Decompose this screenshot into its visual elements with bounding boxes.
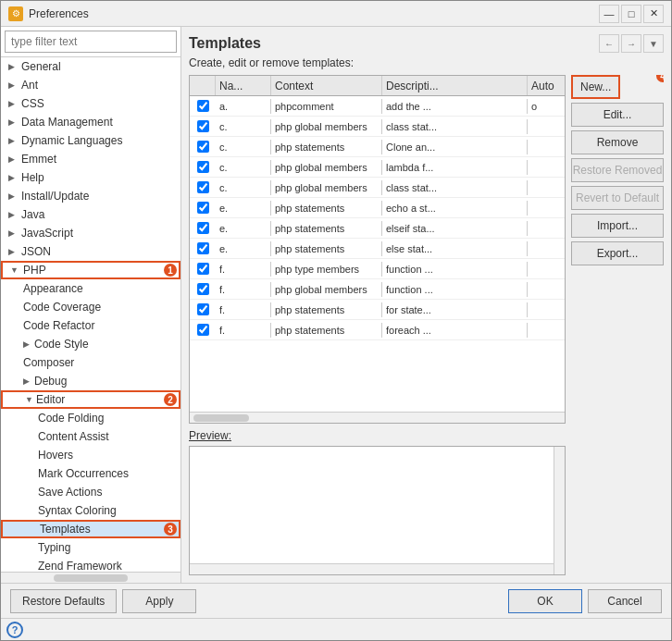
row-checkbox[interactable] [197,263,209,275]
left-hscroll[interactable] [1,572,180,583]
sidebar-item-general[interactable]: ▶ General [1,57,180,76]
forward-button[interactable]: → [621,34,641,53]
revert-to-default-button[interactable]: Revert to Default [571,186,664,210]
edit-button[interactable]: Edit... [571,103,664,127]
chevron-right-icon: ▶ [8,247,18,256]
maximize-button[interactable]: □ [621,5,641,23]
sidebar-item-php-code-refactor[interactable]: Code Refactor [1,316,180,335]
sidebar-item-php-editor-content-assist[interactable]: Content Assist [1,427,180,446]
new-button-container: New... 4 [571,75,664,99]
sidebar-item-php-code-coverage[interactable]: Code Coverage [1,298,180,316]
sidebar-item-emmet[interactable]: ▶ Emmet [1,150,180,168]
table-row[interactable]: e. php statements elseif sta... [190,218,565,239]
annotation-badge-4: 4 [656,75,664,82]
new-button[interactable]: New... [571,75,620,99]
sidebar-item-help[interactable]: ▶ Help [1,168,180,187]
chevron-right-icon: ▶ [8,228,18,238]
row-checkbox[interactable] [197,100,209,112]
preview-section: Preview: [189,429,566,575]
sidebar-item-css[interactable]: ▶ CSS [1,94,180,113]
sidebar-item-java[interactable]: ▶ Java [1,205,180,224]
sidebar-item-php-editor-typing[interactable]: Typing [1,538,180,557]
sidebar-item-php[interactable]: ▼ PHP [1,261,180,279]
sidebar-item-ant[interactable]: ▶ Ant [1,76,180,94]
title-bar-controls: — □ ✕ [599,5,664,23]
table-row[interactable]: c. php global members class stat... [190,117,565,137]
col-header-check [190,76,216,95]
sidebar-item-javascript[interactable]: ▶ JavaScript [1,224,180,242]
sidebar-item-php-editor-save-actions[interactable]: Save Actions [1,483,180,501]
status-bar: ? [1,618,671,640]
dropdown-button[interactable]: ▼ [643,34,664,53]
table-row[interactable]: f. php statements for state... [190,300,565,320]
chevron-right-icon: ▶ [8,191,18,201]
chevron-right-icon: ▶ [23,339,32,349]
search-input[interactable] [5,31,177,53]
help-icon[interactable]: ? [6,622,23,638]
app-icon: ⚙ [8,6,23,21]
tree-container: ▶ General ▶ Ant ▶ CSS ▶ Data Management [1,57,180,572]
row-checkbox[interactable] [197,161,209,173]
sidebar-item-php-editor-zend-framework[interactable]: Zend Framework [1,557,180,572]
table-hscroll[interactable] [190,412,565,423]
row-checkbox[interactable] [197,283,209,295]
row-checkbox[interactable] [197,242,209,254]
sidebar-item-data-management[interactable]: ▶ Data Management [1,113,180,131]
row-checkbox[interactable] [197,222,209,234]
sidebar-item-php-editor[interactable]: ▼ Editor [1,390,180,409]
row-checkbox[interactable] [197,120,209,132]
ok-button[interactable]: OK [508,589,582,613]
table-row[interactable]: e. php statements else stat... [190,239,565,259]
sidebar-item-php-composer[interactable]: Composer [1,353,180,372]
chevron-right-icon: ▶ [8,117,18,127]
chevron-right-icon: ▶ [8,62,18,71]
sidebar-item-json[interactable]: ▶ JSON [1,242,180,261]
import-button[interactable]: Import... [571,214,664,238]
back-button[interactable]: ← [599,34,619,53]
preview-hscroll[interactable] [190,563,554,574]
export-button[interactable]: Export... [571,241,664,265]
col-header-context: Context [271,76,382,95]
preferences-window: ⚙ Preferences — □ ✕ ▶ General ▶ [0,0,672,641]
row-checkbox[interactable] [197,324,209,336]
chevron-right-icon: ▶ [8,80,18,90]
sidebar-item-php-debug[interactable]: ▶ Debug [1,372,180,390]
right-panel: Templates ← → ▼ Create, edit or remove t… [181,27,671,583]
minimize-button[interactable]: — [599,5,619,23]
col-header-description: Descripti... [382,76,528,95]
cancel-button[interactable]: Cancel [588,589,662,613]
restore-defaults-button[interactable]: Restore Defaults [10,589,117,613]
apply-button[interactable]: Apply [122,589,196,613]
hscroll-thumb [54,574,128,582]
row-checkbox[interactable] [197,202,209,214]
sidebar-item-dynamic-languages[interactable]: ▶ Dynamic Languages [1,131,180,150]
left-panel: ▶ General ▶ Ant ▶ CSS ▶ Data Management [1,27,181,583]
table-row[interactable]: f. php statements foreach ... [190,320,565,340]
table-row[interactable]: c. php global members class stat... [190,178,565,198]
restore-removed-button[interactable]: Restore Removed [571,158,664,182]
sidebar-item-php-editor-hovers[interactable]: Hovers [1,446,180,464]
row-checkbox[interactable] [197,141,209,153]
annotation-badge-2: 2 [164,393,177,406]
table-row[interactable]: e. php statements echo a st... [190,198,565,218]
sidebar-item-php-code-style[interactable]: ▶ Code Style [1,335,180,353]
sidebar-item-php-editor-syntax-coloring[interactable]: Syntax Coloring [1,501,180,520]
subtitle: Create, edit or remove templates: [189,56,664,69]
sidebar-item-php-editor-code-folding[interactable]: Code Folding [1,409,180,427]
preview-vscroll[interactable] [554,447,565,574]
row-checkbox[interactable] [197,303,209,315]
sidebar-item-php-editor-templates[interactable]: Templates [1,520,180,538]
close-button[interactable]: ✕ [643,5,664,23]
sidebar-item-php-appearance[interactable]: Appearance [1,279,180,298]
remove-button[interactable]: Remove [571,130,664,154]
sidebar-item-install-update[interactable]: ▶ Install/Update [1,187,180,205]
row-checkbox[interactable] [197,181,209,193]
chevron-down-icon: ▼ [25,395,34,404]
table-row[interactable]: f. php global members function ... [190,279,565,300]
table-row[interactable]: a. phpcomment add the ... o [190,96,565,117]
sidebar-item-php-editor-mark-occurrences[interactable]: Mark Occurrences [1,464,180,483]
table-row[interactable]: c. php global members lambda f... [190,157,565,178]
table-row[interactable]: f. php type members function ... [190,259,565,279]
table-row[interactable]: c. php statements Clone an... [190,137,565,157]
table-section: Na... Context Descripti... Auto a. phpco… [189,75,566,575]
